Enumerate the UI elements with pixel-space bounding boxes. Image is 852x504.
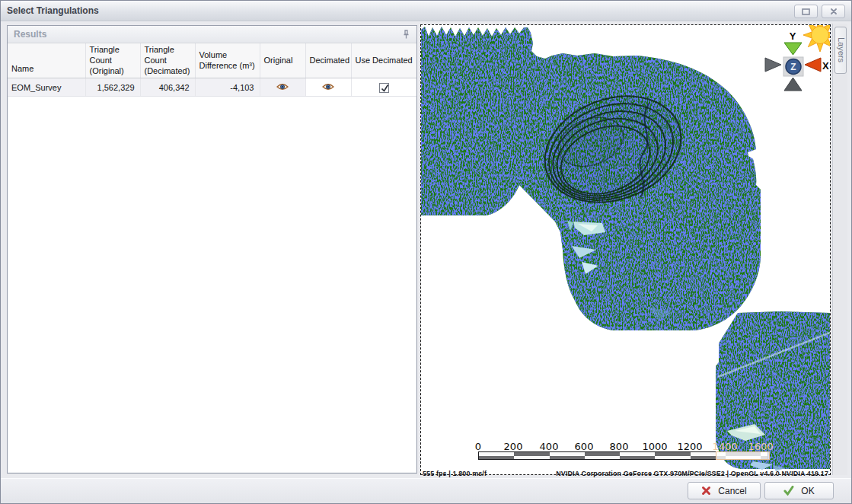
column-header-volume-difference[interactable]: Volume Difference (m³) [195, 43, 260, 78]
scale-tick: 1000 [642, 441, 667, 452]
column-header-triangle-count-original[interactable]: Triangle Count (Original) [85, 43, 140, 78]
results-panel-title: Results [8, 26, 416, 40]
axis-west-arrow-icon[interactable] [765, 58, 781, 72]
dialog-title: Select Triangulations [7, 5, 99, 16]
close-button[interactable] [822, 5, 845, 18]
maximize-button[interactable] [794, 5, 818, 18]
cancel-button-label: Cancel [718, 486, 746, 496]
select-triangulations-dialog: Select Triangulations Results Nam [0, 0, 852, 504]
terrain-mesh[interactable]: Y Z X [421, 25, 830, 474]
cell-name: EOM_Survey [8, 78, 85, 97]
scale-tick: 400 [540, 441, 559, 452]
axis-y-label: Y [790, 30, 796, 42]
column-header-name[interactable]: Name [8, 43, 85, 78]
visibility-eye-icon[interactable] [276, 83, 289, 91]
layers-tab[interactable]: Layers [834, 27, 847, 74]
3d-viewport[interactable]: Y Z X 0 200 400 600 800 1000 1200 1400 1… [420, 24, 831, 475]
scale-tick: 1200 [677, 441, 702, 452]
column-header-triangle-count-decimated[interactable]: Triangle Count (Decimated) [140, 43, 195, 78]
axis-y-arrow-icon[interactable] [784, 43, 802, 55]
axis-south-arrow-icon[interactable] [784, 78, 802, 91]
ok-check-icon [783, 486, 794, 496]
dialog-footer: Cancel OK [1, 478, 851, 503]
axis-z-label: Z [790, 62, 796, 72]
terrain-speckle [421, 27, 830, 469]
cell-original-visibility [260, 78, 305, 97]
scale-tick: 0 [475, 441, 481, 452]
checkbox-checked-icon [380, 84, 390, 94]
sun-icon[interactable] [803, 25, 830, 52]
table-row[interactable]: EOM_Survey 1,562,329 406,342 -4,103 [8, 78, 416, 97]
cell-volume-difference: -4,103 [195, 78, 260, 97]
table-header-row: Name Triangle Count (Original) Triangle … [8, 43, 416, 78]
cell-triangle-count-original: 1,562,329 [85, 78, 140, 97]
scale-bar [478, 451, 768, 460]
maximize-icon [802, 8, 810, 15]
column-header-use-decimated[interactable]: Use Decimated [351, 43, 416, 78]
scale-tick: 800 [610, 441, 629, 452]
results-panel-header: Results [8, 26, 416, 43]
ok-button[interactable]: OK [764, 482, 834, 499]
column-header-decimated[interactable]: Decimated [305, 43, 351, 78]
cancel-x-icon [701, 486, 711, 496]
scale-tick: 200 [504, 441, 523, 452]
cell-decimated-visibility [305, 78, 351, 97]
axis-x-label: X [822, 60, 829, 72]
axis-x-arrow-icon[interactable] [805, 58, 821, 72]
cancel-button[interactable]: Cancel [688, 482, 761, 499]
close-icon [830, 8, 838, 15]
scale-tick: 600 [575, 441, 594, 452]
layers-strip: Layers [832, 24, 847, 475]
fps-status: 555 fps | 1.800 ms/f [423, 470, 487, 477]
title-bar: Select Triangulations [1, 1, 851, 21]
pin-icon[interactable] [402, 30, 411, 40]
ok-button-label: OK [801, 486, 814, 496]
scale-tick: 1600 [748, 441, 773, 452]
gpu-status: NVIDIA Corporation GeForce GTX 970M/PCIe… [556, 470, 828, 477]
visibility-eye-icon[interactable] [322, 83, 334, 91]
results-table: Name Triangle Count (Original) Triangle … [8, 43, 416, 97]
use-decimated-checkbox[interactable] [379, 83, 389, 93]
cell-use-decimated [351, 78, 416, 97]
scale-bar-overlay [716, 451, 770, 460]
results-panel: Results Name Triangle Count (Original) T… [7, 25, 417, 474]
column-header-original[interactable]: Original [260, 43, 305, 78]
cell-triangle-count-decimated: 406,342 [140, 78, 195, 97]
scale-tick: 1400 [712, 441, 737, 452]
